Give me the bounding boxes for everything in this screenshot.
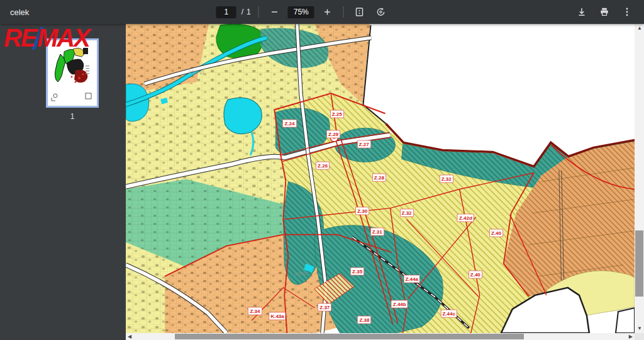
horizontal-scrollbar-thumb[interactable] <box>175 334 524 339</box>
map-sheet-label: 226 11 <box>188 69 205 76</box>
plus-icon <box>323 8 332 16</box>
remax-logo-re: RE <box>4 24 36 52</box>
zoom-in-button[interactable] <box>319 4 336 20</box>
page-separator: / <box>242 8 243 16</box>
page-total-value: 1 <box>247 8 251 16</box>
fit-page-icon <box>355 7 365 17</box>
rotate-icon <box>376 7 386 17</box>
zoom-level-display: 75% <box>288 6 314 18</box>
more-options-button[interactable] <box>619 4 635 20</box>
print-icon <box>599 7 609 17</box>
page-count: / 1 <box>242 8 251 16</box>
vertical-scrollbar-thumb[interactable] <box>635 230 643 297</box>
scroll-up-arrow[interactable]: ▲ <box>637 26 642 31</box>
print-button[interactable] <box>596 4 613 20</box>
document-title: celek <box>0 8 29 17</box>
page-number-input[interactable]: 1 <box>216 6 236 18</box>
pdf-page-view[interactable]: 226 11 1000 Z.24Z.25Z.29Z.27Z.26Z.28Z.32… <box>126 24 635 333</box>
toolbar-right-controls <box>574 4 644 20</box>
toolbar-center-controls: 1 / 1 75% <box>216 0 389 24</box>
pdf-toolbar: celek 1 / 1 75% <box>0 0 644 24</box>
download-button[interactable] <box>574 4 590 20</box>
horizontal-scrollbar[interactable]: ◀ ▶ <box>126 333 635 340</box>
thumbnail-page-number: 1 <box>48 112 97 121</box>
remax-logo-max: MAX <box>37 24 89 52</box>
map-sheet-label-2: 1000 <box>294 271 306 276</box>
zoom-out-button[interactable] <box>267 4 283 20</box>
download-icon <box>577 7 587 17</box>
more-vertical-icon <box>622 7 632 17</box>
scroll-down-arrow[interactable]: ▼ <box>637 326 642 331</box>
scroll-left-arrow[interactable]: ◀ <box>128 334 131 339</box>
minus-icon <box>270 8 279 16</box>
scrollbar-corner <box>635 333 644 340</box>
rotate-button[interactable] <box>373 4 389 20</box>
remax-logo: RE/MAX <box>4 25 89 52</box>
toolbar-divider <box>343 6 344 18</box>
vertical-scrollbar[interactable]: ▲ ▼ <box>635 24 644 333</box>
zoning-map: 226 11 1000 <box>126 24 635 333</box>
toolbar-divider <box>258 6 259 18</box>
scroll-right-arrow[interactable]: ▶ <box>629 334 633 339</box>
fit-to-page-button[interactable] <box>352 4 368 20</box>
thumbnail-sidebar: 1 <box>0 24 126 340</box>
